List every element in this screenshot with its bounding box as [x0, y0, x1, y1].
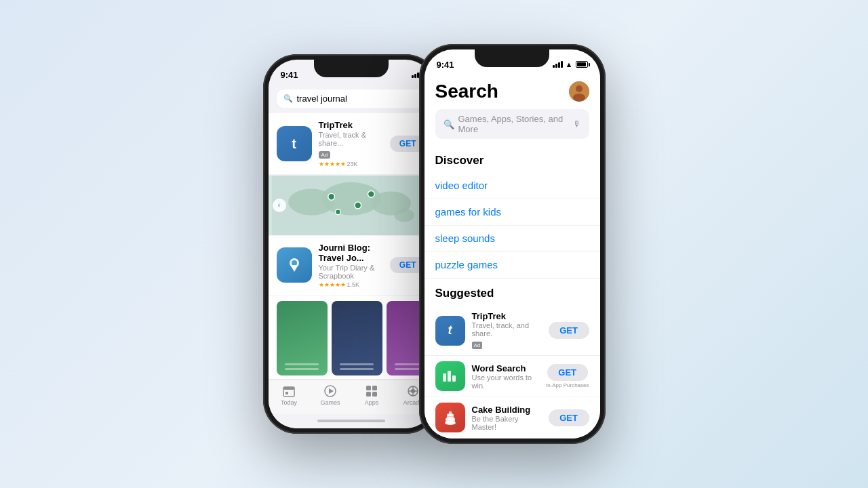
nav-arrow-left[interactable]: ‹ [273, 199, 286, 212]
apps-icon-left [365, 384, 378, 398]
discover-link-3: puzzle games [435, 259, 498, 270]
tab-games-left[interactable]: Games [310, 384, 351, 406]
tab-games-label-left: Games [320, 399, 340, 406]
sugg-wordsearch-btn-container: GET In-App Purchases [546, 364, 589, 388]
sugg-triptrek-ad: Ad [472, 342, 483, 349]
app-result-triptrek[interactable]: t TripTrek Travel, track & share... Ad ★… [269, 113, 434, 174]
triptrek-name: TripTrek [319, 120, 383, 130]
notch-right [475, 49, 549, 67]
signal-right [553, 61, 563, 68]
sugg-wordsearch-get-btn[interactable]: GET [547, 364, 588, 381]
ss-line-4 [340, 368, 374, 370]
wordsearch-icon-svg [441, 367, 460, 386]
svg-point-22 [411, 389, 415, 393]
svg-point-5 [328, 193, 334, 200]
sugg-cakebuilding-info: Cake Building Be the Bakery Master! [472, 405, 542, 431]
rbar2 [555, 64, 557, 68]
search-bar[interactable]: 🔍 travel journal [277, 89, 426, 108]
time-left: 9:41 [281, 70, 298, 80]
tab-today-label-left: Today [281, 399, 297, 406]
svg-rect-31 [448, 371, 451, 382]
svg-rect-13 [283, 387, 294, 390]
journi-name: Journi Blog: Travel Jo... [319, 243, 383, 263]
svg-point-28 [576, 85, 583, 92]
sugg-wordsearch-name: Word Search [472, 363, 539, 373]
user-avatar[interactable] [569, 81, 589, 102]
app-result-journi[interactable]: Journi Blog: Travel Jo... Your Trip Diar… [269, 236, 434, 295]
sugg-wordsearch-desc: Use your words to win. [472, 373, 539, 390]
triptrek-stars: ★★★★★ [319, 161, 346, 167]
tab-apps-left[interactable]: Apps [351, 384, 393, 406]
svg-point-8 [335, 209, 340, 215]
svg-rect-32 [452, 375, 456, 382]
triptrek-icon-letter: t [448, 323, 452, 338]
svg-marker-11 [290, 265, 298, 272]
suggested-triptrek[interactable]: t TripTrek Travel, track, and share. Ad … [425, 306, 600, 356]
discover-link-1: games for kids [435, 206, 502, 218]
battery-icon-right [576, 61, 588, 68]
sugg-triptrek-info: TripTrek Travel, track, and share. Ad [472, 311, 542, 350]
tab-today-left[interactable]: Today [269, 384, 310, 406]
suggested-title: Suggested [425, 279, 600, 306]
journi-result-top: Journi Blog: Travel Jo... Your Trip Diar… [277, 243, 426, 288]
sugg-cakebuilding-name: Cake Building [472, 405, 542, 415]
journi-info: Journi Blog: Travel Jo... Your Trip Diar… [319, 243, 383, 288]
right-phone-screen: 9:41 ▲ Searc [425, 49, 600, 439]
screenshot-strip [269, 296, 434, 380]
discover-item-1[interactable]: games for kids [425, 199, 600, 226]
discover-item-0[interactable]: video editor [425, 173, 600, 199]
battery-fill [577, 62, 587, 66]
map-banner: ‹ [269, 176, 434, 235]
search-input-field[interactable]: 🔍 Games, Apps, Stories, and More 🎙 [435, 109, 589, 139]
suggested-wordsearch[interactable]: Word Search Use your words to win. GET I… [425, 356, 600, 397]
triptrek-desc: Travel, track & share... [319, 131, 383, 147]
rbar3 [558, 62, 560, 68]
svg-rect-30 [443, 373, 446, 382]
triptrek-letter: t [292, 136, 296, 152]
bar2 [414, 74, 416, 78]
svg-point-10 [292, 260, 297, 266]
search-page-title: Search [435, 81, 498, 102]
triptrek-info: TripTrek Travel, track & share... Ad ★★★… [319, 120, 383, 167]
journi-stars-row: ★★★★★ 1.5K [319, 281, 383, 288]
sugg-cakebuilding-desc: Be the Bakery Master! [472, 415, 542, 431]
ad-badge-triptrek: Ad [319, 151, 331, 159]
screenshot-1 [277, 301, 328, 375]
phones-container: 9:41 🔍 travel journal [263, 44, 606, 444]
suggested-cakebuilding[interactable]: Cake Building Be the Bakery Master! GET [425, 397, 600, 439]
journi-rating: 1.5K [347, 281, 360, 288]
games-icon-left [323, 384, 337, 398]
left-phone: 9:41 🔍 travel journal [263, 54, 439, 434]
search-query-text: travel journal [297, 94, 347, 104]
sugg-wordsearch-icon [435, 361, 465, 391]
mic-icon: 🎙 [573, 119, 581, 129]
today-icon-left [282, 384, 296, 398]
svg-point-4 [394, 209, 414, 222]
svg-rect-38 [449, 411, 452, 415]
search-icon-left: 🔍 [283, 94, 293, 103]
sugg-triptrek-desc: Travel, track, and share. [472, 321, 542, 338]
discover-item-3[interactable]: puzzle games [425, 252, 600, 279]
svg-rect-17 [366, 386, 371, 390]
right-phone: 9:41 ▲ Searc [419, 44, 606, 444]
rbar4 [561, 61, 563, 68]
wifi-icon-right: ▲ [566, 60, 573, 68]
svg-rect-20 [372, 392, 377, 396]
cakebuilding-icon-svg [441, 408, 460, 427]
left-screen-content: 🔍 travel journal t TripTrek Travel, trac… [269, 84, 434, 428]
time-right: 9:41 [437, 60, 454, 70]
svg-rect-19 [366, 392, 371, 396]
svg-marker-16 [329, 388, 334, 394]
notch-left [314, 60, 389, 77]
sugg-triptrek-name: TripTrek [472, 311, 542, 321]
journi-icon [277, 247, 312, 283]
sugg-wordsearch-iap: In-App Purchases [546, 382, 589, 388]
sugg-cakebuilding-get-btn[interactable]: GET [549, 409, 589, 426]
search-magnifier: 🔍 [443, 119, 454, 129]
triptrek-icon: t [277, 126, 312, 161]
sugg-triptrek-get-btn[interactable]: GET [549, 322, 589, 339]
left-phone-screen: 9:41 🔍 travel journal [269, 60, 434, 428]
svg-point-6 [368, 190, 374, 197]
sugg-cakebuilding-icon [435, 403, 465, 432]
discover-item-2[interactable]: sleep sounds [425, 226, 600, 252]
